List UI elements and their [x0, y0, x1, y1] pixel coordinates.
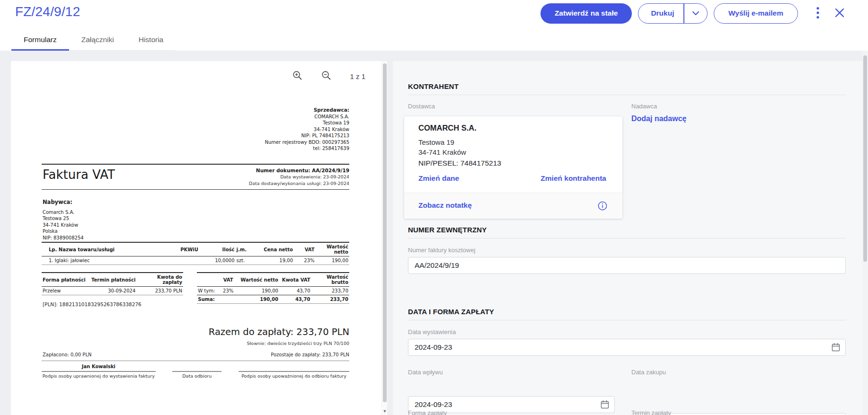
signature-label: Podpis osoby upoważnionej do odbioru fak…: [239, 372, 349, 379]
delivery-date: Data dostawy/wykonania usługi: 23-09-202…: [249, 180, 349, 187]
section-header-data-forma-zaplaty: DATA I FORMA ZAPŁATY: [408, 308, 494, 316]
invoice-payment-tables: Forma płatności Termin płatności Kwota d…: [42, 272, 349, 304]
col-header: VAT: [294, 242, 316, 256]
cell: 23%: [294, 256, 316, 265]
cell: 233,70: [311, 295, 349, 304]
col-header: j.m.: [236, 242, 257, 256]
seller-line: COMARCH S.A.: [265, 114, 349, 120]
invoice-total: Razem do zapłaty: 233,70 PLN: [209, 327, 349, 337]
approve-button[interactable]: Zatwierdź na stałe: [540, 3, 632, 24]
supplier-label: Dostawca: [408, 103, 435, 110]
close-icon: [834, 8, 845, 19]
signature-issue: Jan Kowalski Podpis osoby uprawnionej do…: [42, 364, 156, 379]
cell: 190,00: [316, 256, 350, 265]
print-button[interactable]: Drukuj: [638, 4, 683, 23]
chevron-down-icon: [692, 10, 700, 17]
see-note-link[interactable]: Zobacz notatkę: [418, 201, 472, 210]
kebab-menu-icon: [816, 7, 819, 20]
cell: 19,00: [257, 256, 294, 265]
page-indicator: 1 z 1: [350, 72, 365, 80]
pdf-scrollbar[interactable]: ▼: [381, 61, 387, 415]
signature-date: Data odbioru: [172, 364, 221, 379]
calendar-icon[interactable]: [831, 343, 841, 354]
add-sender-link[interactable]: Dodaj nadawcę: [631, 115, 686, 123]
buyer-line: Comarch S.A.: [43, 209, 84, 216]
change-contractor-link[interactable]: Zmień kontrahenta: [540, 174, 606, 183]
scroll-down-arrow[interactable]: ▼: [382, 409, 387, 414]
pdf-scrollbar-thumb[interactable]: [383, 63, 387, 402]
page-title: FZ/24/9/12: [15, 4, 80, 19]
info-icon[interactable]: [598, 201, 607, 212]
invoice-signatures: Jan Kowalski Podpis osoby uprawnionej do…: [42, 364, 349, 379]
buyer-line: Polska: [43, 228, 84, 235]
supplier-card-footer: Zobacz notatkę: [404, 193, 622, 219]
seller-line: Numer rejestrowy BDO: 000297365: [265, 139, 349, 146]
col-header: Lp. Nazwa towaru/usługi: [42, 242, 171, 256]
invoice-doc-number-block: Numer dokumentu: AA/2024/9/19 Data wysta…: [249, 167, 349, 187]
remaining-amount: Pozostaje do zapłaty: 233,70 PLN: [271, 352, 349, 357]
invoice-seller-block: Sprzedawca: COMARCH S.A. Testowa 19 34-7…: [265, 107, 349, 152]
supplier-card: COMARCH S.A. Testowa 19 34-741 Kraków NI…: [404, 116, 622, 219]
issue-date: Data wystawienia: 23-09-2024: [249, 174, 349, 180]
close-button[interactable]: [831, 5, 848, 22]
print-dropdown-button[interactable]: [684, 4, 707, 23]
issue-date-input[interactable]: [408, 339, 846, 356]
external-number-label: Numer faktury kosztowej: [408, 247, 475, 254]
inflow-date-label: Data wpływu: [408, 369, 443, 376]
cell: 23%: [218, 287, 238, 295]
cell: 43,70: [279, 295, 311, 304]
tab-zalaczniki[interactable]: Załączniki: [69, 29, 126, 50]
external-number-input[interactable]: [408, 257, 846, 274]
pdf-toolbar: 1 z 1: [11, 61, 381, 91]
payment-table: Forma płatności Termin płatności Kwota d…: [42, 272, 183, 304]
supplier-name: COMARCH S.A.: [418, 124, 477, 132]
window-scrollbar-thumb[interactable]: [863, 55, 867, 262]
paid-amount: Zapłacono: 0,00 PLN: [43, 352, 91, 357]
signature-label: Data odbioru: [172, 372, 221, 379]
cell: Suma:: [197, 295, 218, 304]
seller-line: 34-741 Kraków: [265, 126, 349, 133]
cell: 233,70: [311, 287, 349, 295]
tab-label: Załączniki: [81, 35, 114, 44]
cell: szt.: [236, 256, 257, 265]
header-actions: Zatwierdź na stałe Drukuj Wyślij e-maile…: [540, 3, 848, 24]
cell: 30-09-2024: [90, 287, 137, 295]
purchase-date-label: Data zakupu: [631, 369, 666, 376]
cell: 190,00: [238, 295, 279, 304]
issue-date-label: Data wystawienia: [408, 328, 456, 336]
divider: [42, 164, 349, 165]
zoom-in-icon[interactable]: [292, 70, 303, 83]
table-row: 1. Iglaki: jałowiec 10,0000 szt. 19,00 2…: [42, 256, 349, 265]
col-header: Wartość netto: [238, 273, 279, 287]
pdf-preview-pane: 1 z 1 Sprzedawca: COMARCH S.A. Testowa 1…: [11, 61, 387, 415]
col-header: Wartość brutto: [311, 273, 349, 287]
cell: [171, 256, 208, 265]
cell: 190,00: [238, 287, 279, 295]
tab-historia[interactable]: Historia: [126, 29, 176, 50]
cell: 10,0000: [208, 256, 236, 265]
buyer-line: NIP: 8389008254: [43, 235, 84, 241]
address-line: 34-741 Kraków: [418, 147, 466, 157]
section-header-kontrahent: KONTRAHENT: [408, 82, 459, 90]
invoice-items-table: Lp. Nazwa towaru/usługi PKWiU Ilość j.m.…: [42, 242, 349, 265]
tab-label: Historia: [139, 35, 164, 44]
address-line: Testowa 19: [418, 137, 466, 147]
col-header: VAT: [218, 273, 238, 287]
window-scrollbar[interactable]: [862, 51, 868, 415]
cell: 43,70: [279, 287, 311, 295]
invoice-buyer-block: Nabywca: Comarch S.A. Testowa 25 34-741 …: [43, 199, 84, 241]
signer-name: Jan Kowalski: [42, 364, 156, 371]
tab-formularz[interactable]: Formularz: [11, 29, 69, 50]
table-row: Suma: 190,00 43,70 233,70: [197, 295, 349, 304]
col-header: Forma płatności: [42, 273, 90, 287]
zoom-out-icon[interactable]: [321, 70, 332, 83]
signature-receive: Podpis osoby upoważnionej do odbioru fak…: [239, 364, 349, 379]
buyer-line: Testowa 25: [43, 215, 84, 222]
change-data-link[interactable]: Zmień dane: [418, 174, 459, 183]
col-header: Kwota do zapłaty: [136, 273, 183, 287]
email-button[interactable]: Wyślij e-mailem: [714, 3, 798, 24]
supplier-nip: NIP/PESEL: 7484175213: [418, 159, 501, 168]
more-options-button[interactable]: [809, 5, 826, 22]
col-header: Cena netto: [257, 242, 294, 256]
calendar-icon[interactable]: [600, 400, 610, 411]
